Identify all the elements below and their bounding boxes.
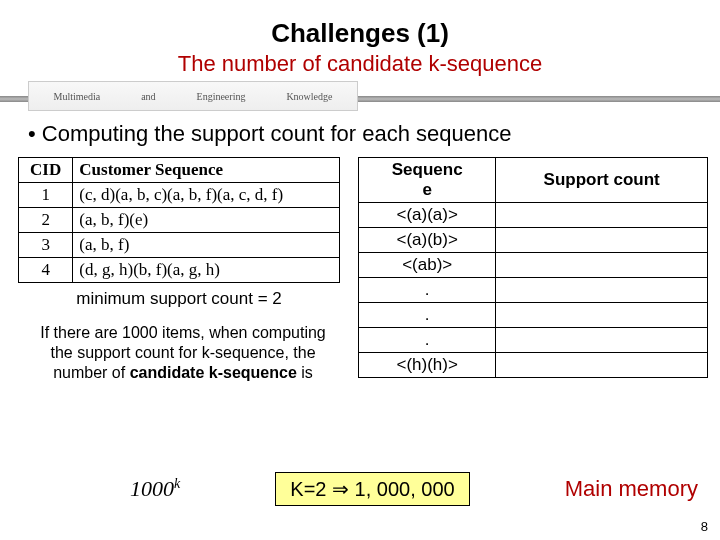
main-memory-label: Main memory <box>565 476 702 502</box>
table-row: . <box>359 303 708 328</box>
seq-cell: (a, b, f) <box>73 233 340 258</box>
table-row: 3 (a, b, f) <box>19 233 340 258</box>
seq-header-1: Sequenc e <box>359 158 496 203</box>
note-box: If there are 1000 items, when computing … <box>18 323 348 383</box>
table-row: . <box>359 328 708 353</box>
formula-base: 1000 <box>130 476 174 501</box>
sup-val <box>496 278 708 303</box>
k2-left: K=2 <box>290 478 332 500</box>
seq-val: . <box>359 278 496 303</box>
note-line: the support count for k-sequence, the <box>50 344 315 361</box>
logo-word: Knowledge <box>286 91 332 102</box>
cid-cell: 1 <box>19 183 73 208</box>
table-row: 1 (c, d)(a, b, c)(a, b, f)(a, c, d, f) <box>19 183 340 208</box>
slide-title: Challenges (1) <box>0 18 720 49</box>
note-line-post: is <box>297 364 313 381</box>
sup-val <box>496 228 708 253</box>
sup-val <box>496 203 708 228</box>
table-row: . <box>359 278 708 303</box>
divider: Multimedia and Engineering Knowledge <box>0 81 720 115</box>
table-row: <(h)(h)> <box>359 353 708 378</box>
seq-val: <(h)(h)> <box>359 353 496 378</box>
note-line: If there are 1000 items, when computing <box>40 324 326 341</box>
bullet-text: • Computing the support count for each s… <box>28 121 720 147</box>
cid-header-1: CID <box>19 158 73 183</box>
k2-right: 1, 000, 000 <box>349 478 455 500</box>
cid-cell: 3 <box>19 233 73 258</box>
seq-val: . <box>359 328 496 353</box>
seq-val: <(ab)> <box>359 253 496 278</box>
arrow-icon: ⇒ <box>332 478 349 500</box>
cid-table: CID Customer Sequence 1 (c, d)(a, b, c)(… <box>18 157 340 283</box>
formula: 1000k <box>130 476 180 502</box>
k2-result-box: K=2 ⇒ 1, 000, 000 <box>275 472 469 506</box>
sup-val <box>496 353 708 378</box>
table-row: <(a)(b)> <box>359 228 708 253</box>
table-row: <(ab)> <box>359 253 708 278</box>
table-row: <(a)(a)> <box>359 203 708 228</box>
min-support-text: minimum support count = 2 <box>18 289 340 309</box>
formula-exp: k <box>174 476 180 491</box>
cid-header-2: Customer Sequence <box>73 158 340 183</box>
seq-val: <(a)(b)> <box>359 228 496 253</box>
table-row: 4 (d, g, h)(b, f)(a, g, h) <box>19 258 340 283</box>
sup-val <box>496 328 708 353</box>
logo-word: and <box>141 91 155 102</box>
seq-cell: (a, b, f)(e) <box>73 208 340 233</box>
sup-val <box>496 253 708 278</box>
seq-cell: (c, d)(a, b, c)(a, b, f)(a, c, d, f) <box>73 183 340 208</box>
note-line-pre: number of <box>53 364 129 381</box>
sup-val <box>496 303 708 328</box>
logo-word: Engineering <box>197 91 246 102</box>
seq-val: <(a)(a)> <box>359 203 496 228</box>
sequence-table: Sequenc e Support count <(a)(a)> <(a)(b)… <box>358 157 708 378</box>
seq-val: . <box>359 303 496 328</box>
table-row: 2 (a, b, f)(e) <box>19 208 340 233</box>
seq-header-2: Support count <box>496 158 708 203</box>
cid-cell: 4 <box>19 258 73 283</box>
logo-word: Multimedia <box>53 91 100 102</box>
page-number: 8 <box>701 519 708 534</box>
cid-cell: 2 <box>19 208 73 233</box>
note-bold: candidate k-sequence <box>130 364 297 381</box>
logo-banner: Multimedia and Engineering Knowledge <box>28 81 358 111</box>
slide-subtitle: The number of candidate k-sequence <box>0 51 720 77</box>
seq-cell: (d, g, h)(b, f)(a, g, h) <box>73 258 340 283</box>
